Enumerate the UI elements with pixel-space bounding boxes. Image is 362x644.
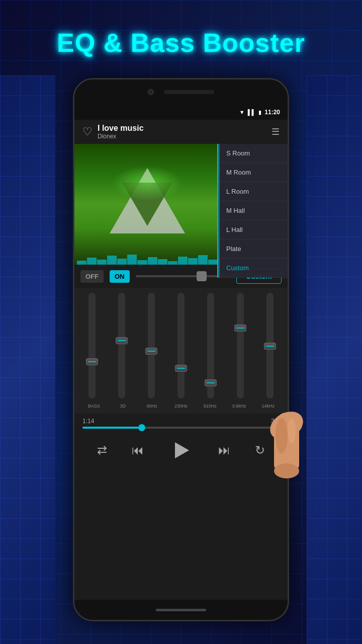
progress-times: 1:14 3:5 [82,418,280,425]
status-bar: ▼ ▌▌ ▮ 11:20 [74,105,288,120]
eq-channel-bass [78,293,106,401]
play-icon [175,442,189,458]
eq-channel-14khz [256,293,284,401]
song-info-row: ♡ I love music Dionex ☰ [74,120,288,144]
previous-button[interactable]: ⏮ [132,443,144,457]
eq-bar-12 [188,258,198,265]
dropdown-divider [218,144,220,278]
eq-bar-7 [137,260,147,265]
phone-camera [148,89,154,95]
phone-bottom-bar [74,600,288,620]
eq-sliders [78,293,284,404]
eq-area: BASS 3D 60Hz 230Hz 910Hz 3.6kHz 14kHz [74,288,288,414]
progress-bar[interactable] [82,427,280,429]
song-title: I love music [98,124,272,133]
label-60hz: 60Hz [137,404,166,409]
eq-bar-10 [168,261,177,265]
controls-row: ⇄ ⏮ ⏭ ↻ [74,431,288,470]
total-time: 3:5 [271,418,280,425]
label-230hz: 230Hz [166,404,196,409]
preset-custom[interactable]: Custom [218,259,288,278]
next-button[interactable]: ⏭ [218,443,230,457]
current-time: 1:14 [82,418,94,425]
14khz-slider[interactable] [266,293,274,398]
app-title: EQ & Bass Booster [0,28,362,58]
230hz-slider-thumb[interactable] [175,365,187,372]
preset-l-hall[interactable]: L Hall [218,220,288,239]
phone-screen: ▼ ▌▌ ▮ 11:20 ♡ I love music Dionex ☰ [74,105,288,600]
label-14khz: 14kHz [253,404,283,409]
preset-dropdown: S Room M Room L Room M Hall L Hall Plate… [217,144,288,278]
song-text: I love music Dionex [98,124,272,140]
910hz-slider-thumb[interactable] [205,379,217,386]
eq-bar-2 [87,258,97,265]
favorite-icon[interactable]: ♡ [82,125,93,138]
eq-bar-9 [158,259,167,265]
eq-channel-3d [108,293,136,401]
60hz-slider[interactable] [148,293,155,398]
preset-plate[interactable]: Plate [218,239,288,259]
3_6khz-slider-thumb[interactable] [234,325,246,332]
left-decoration [0,75,55,644]
home-bar [156,609,206,611]
label-bass: BASS [79,404,109,409]
eq-channel-3_6khz [226,293,254,401]
910hz-slider[interactable] [207,293,214,398]
3d-slider[interactable] [118,293,125,398]
eq-bar-6 [127,255,137,265]
preset-m-room[interactable]: M Room [218,163,288,182]
3_6khz-slider[interactable] [237,293,244,398]
label-3_6khz: 3.6kHz [225,404,254,409]
song-artist: Dionex [98,133,272,140]
battery-icon: ▮ [258,109,261,116]
eq-bar-3 [97,260,107,265]
bass-slider[interactable] [88,293,96,398]
album-glow [112,166,183,201]
3d-slider-thumb[interactable] [116,337,128,344]
equalizer-bars [74,252,220,265]
menu-icon[interactable]: ☰ [272,126,280,137]
label-3d: 3D [109,404,138,409]
230hz-slider[interactable] [177,293,185,398]
right-decoration [307,75,362,644]
reverb-slider-track[interactable] [136,275,230,277]
signal-icon: ▌▌ [248,109,256,115]
eq-bar-11 [178,257,188,265]
off-button[interactable]: OFF [80,270,104,283]
main-content: S Room M Room L Room M Hall L Hall Plate… [74,144,288,265]
eq-channel-230hz [167,293,195,401]
eq-bar-13 [198,255,208,265]
eq-labels: BASS 3D 60Hz 230Hz 910Hz 3.6kHz 14kHz [78,404,284,409]
14khz-slider-thumb[interactable] [264,343,276,350]
eq-bar-14 [208,260,218,265]
play-button[interactable] [168,438,194,463]
progress-fill [82,427,142,429]
eq-bar-5 [117,259,127,265]
wifi-icon: ▼ [239,109,245,115]
eq-bar-4 [107,256,117,265]
preset-s-room[interactable]: S Room [218,144,288,163]
eq-bar-8 [148,257,157,265]
phone-shell: ▼ ▌▌ ▮ 11:20 ♡ I love music Dionex ☰ [73,78,289,621]
repeat-button[interactable]: ↻ [255,443,265,457]
shuffle-button[interactable]: ⇄ [97,443,107,457]
eq-channel-60hz [138,293,165,401]
progress-area: 1:14 3:5 [74,414,288,431]
eq-bar-1 [77,261,86,265]
on-button[interactable]: ON [110,270,130,283]
preset-m-hall[interactable]: M Hall [218,201,288,220]
album-art [74,144,220,265]
label-910hz: 910Hz [196,404,225,409]
eq-channel-910hz [197,293,224,401]
preset-l-room[interactable]: L Room [218,182,288,201]
bass-slider-thumb[interactable] [86,358,98,365]
phone-speaker [164,90,214,94]
60hz-slider-thumb[interactable] [145,348,157,355]
reverb-slider-thumb[interactable] [197,271,207,281]
status-time: 11:20 [264,109,280,116]
phone-top-bar [74,79,288,105]
progress-dot[interactable] [138,424,145,431]
